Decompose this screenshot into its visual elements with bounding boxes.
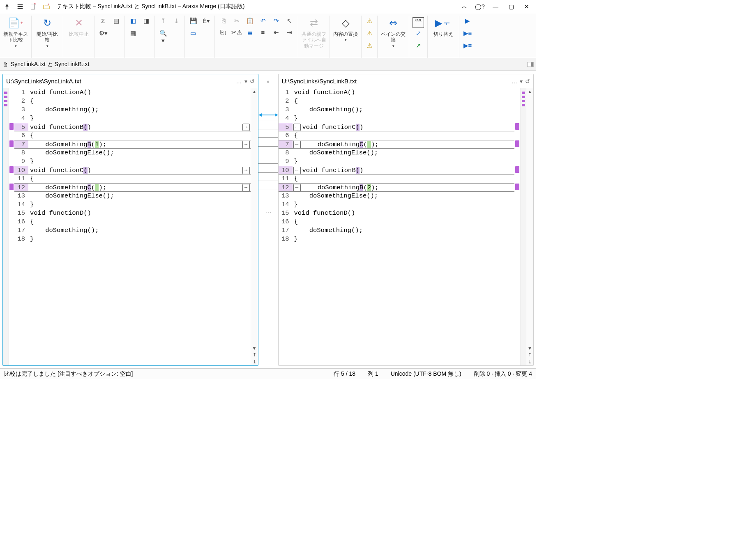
swap-panes-button[interactable]: ⇔ ペインの交換▾ [381,16,406,48]
code-line[interactable]: 14} [14,200,251,209]
cut-warn-icon[interactable]: ✂⚠ [231,29,242,39]
code-line[interactable]: 18} [279,235,515,243]
new-doc-icon[interactable] [30,3,37,10]
scroll-up-icon[interactable]: ▲ [251,88,258,95]
copy-icon[interactable]: ⎘ [218,17,229,28]
chevron-down-icon[interactable]: ▾ [244,78,247,85]
overview-strip-right[interactable] [520,88,526,365]
layout-grid-icon[interactable]: ▦ [128,30,138,40]
page-icon[interactable]: ▤ [111,17,121,28]
goto-top-icon[interactable]: ⤒ [158,17,168,28]
merge-button[interactable]: → [242,167,250,174]
accent-e-icon[interactable]: É▾ [201,17,211,28]
pointer-icon[interactable]: ↖ [284,17,295,28]
code-line[interactable]: 5void functionC()← [279,123,515,131]
code-line[interactable]: 6{ [14,131,251,140]
code-body-left[interactable]: 1void functionA()2{3 doSomething();4}5vo… [14,88,251,365]
restart-button[interactable]: ↻ 開始/再比較▾ [35,16,60,48]
code-line[interactable]: 1void functionA() [14,88,251,97]
code-line[interactable]: 16{ [14,218,251,226]
code-line[interactable]: 7 doSomethingC( );← [279,140,515,149]
scroll-up-icon[interactable]: ▲ [526,88,533,95]
code-line[interactable]: 2{ [14,97,251,106]
gear-icon[interactable]: ⚙▾ [98,30,108,40]
switch-button[interactable]: ▶⫟ 切り替え [431,16,456,37]
help-icon[interactable]: ◯? [474,3,486,10]
close-icon[interactable]: ✕ [521,3,533,10]
code-line[interactable]: 9} [279,157,515,166]
warn-down-icon[interactable]: ⚠ [365,42,374,53]
scroll-controls-right[interactable]: ▲ ▼ ⤒ ⤓ [526,88,533,365]
new-compare-button[interactable]: 📄+ 新規テキスト比較▾ [3,16,28,48]
code-line[interactable]: 4} [14,114,251,123]
code-line[interactable]: 12 doSomethingC( );→ [14,183,251,192]
code-line[interactable]: 3 doSomething(); [279,106,515,114]
more-dots-icon[interactable]: ⋯ [266,209,272,216]
code-line[interactable]: 10void functionB()← [279,166,515,175]
stripe-icon[interactable]: ≡ [258,29,268,39]
warn-mid-icon[interactable]: ⚠ [365,30,374,40]
more-icon[interactable]: … [512,78,517,85]
copy-down-icon[interactable]: ⎘↓ [218,29,229,39]
hamburger-icon[interactable] [16,3,24,10]
code-line[interactable]: 17 doSomething(); [279,226,515,235]
code-body-right[interactable]: 1void functionA()2{3 doSomething();4}5vo… [279,88,515,365]
merge-button[interactable]: ← [293,167,301,174]
paste-icon[interactable]: 📋 [244,17,255,28]
goto-bottom-icon[interactable]: ⤓ [171,17,181,28]
save-icon[interactable]: 💾 [188,17,198,28]
merge-button[interactable]: ← [293,141,301,148]
search-icon[interactable]: 🔍▾ [158,30,168,40]
merge-button[interactable]: → [242,184,250,191]
code-line[interactable]: 15void functionD() [279,209,515,218]
scroll-down-icon[interactable]: ▼ [526,345,533,351]
document-tab[interactable]: 🗎 SyncLinkA.txt と SyncLinkB.txt [2,61,89,68]
history-icon[interactable]: ↺ [250,78,255,85]
overview-strip-left[interactable] [3,88,9,365]
list-icon[interactable]: ≣ [244,29,255,39]
code-line[interactable]: 2{ [279,97,515,106]
chevron-down-icon[interactable]: ▾ [520,78,523,85]
new-folder-icon[interactable]: + [43,3,50,10]
cut-icon[interactable]: ✂ [231,17,242,28]
history-icon[interactable]: ↺ [525,78,530,85]
flag1-icon[interactable]: ▶ [463,17,472,28]
code-line[interactable]: 6{ [279,131,515,140]
code-line[interactable]: 3 doSomething(); [14,106,251,114]
merge-button[interactable]: ← [293,124,301,131]
merge-button[interactable]: → [242,141,250,148]
scroll-down-icon[interactable]: ▼ [251,345,258,351]
maximize-icon[interactable]: ▢ [505,3,517,10]
scroll-bottom-icon[interactable]: ⤓ [251,358,258,365]
code-line[interactable]: 8 doSomethingElse(); [279,149,515,157]
warn-up-icon[interactable]: ⚠ [365,17,374,28]
scroll-bottom-icon[interactable]: ⤓ [526,358,533,365]
minimize-icon[interactable]: ― [489,3,502,10]
undo-icon[interactable]: ↶ [258,17,268,28]
code-line[interactable]: 15void functionD() [14,209,251,218]
outdent-icon[interactable]: ⇤ [271,29,281,39]
code-line[interactable]: 9} [14,157,251,166]
code-line[interactable]: 16{ [279,218,515,226]
layout-right-icon[interactable]: ◨ [141,17,151,28]
flag3-icon[interactable]: ▶≡ [463,42,472,53]
scroll-controls-left[interactable]: ▲ ▼ ⤒ ⤓ [251,88,258,365]
code-line[interactable]: 5void functionB()→ [14,123,251,131]
pane-left-path[interactable]: U:\SyncLinks\SyncLinkA.txt [6,78,233,85]
code-line[interactable]: 4} [279,114,515,123]
code-line[interactable]: 11{ [14,175,251,183]
code-line[interactable]: 10void functionC()→ [14,166,251,175]
chevron-up-icon[interactable]: ︿ [458,3,470,10]
scroll-top-icon[interactable]: ⤒ [251,351,258,358]
pane-right-path[interactable]: U:\SyncLinks\SyncLinkB.txt [282,78,509,85]
code-line[interactable]: 12 doSomethingB(2);← [279,183,515,192]
sigma-icon[interactable]: Σ [98,17,108,28]
code-line[interactable]: 13 doSomethingElse(); [14,192,251,200]
code-line[interactable]: 18} [14,235,251,243]
panel-toggle-icon[interactable] [527,62,534,67]
diag-arrow-icon[interactable]: ⤢ [413,30,424,40]
indent-icon[interactable]: ⇥ [284,29,295,39]
code-line[interactable]: 11{ [279,175,515,183]
code-line[interactable]: 14} [279,200,515,209]
insert-icon[interactable]: ▭ [188,30,198,40]
